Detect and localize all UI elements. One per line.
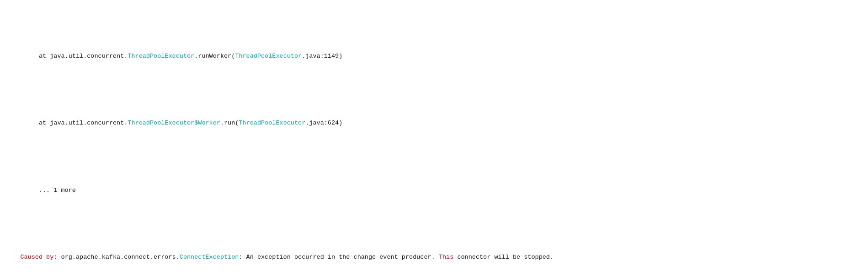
- log-line-3: ... 1 more: [5, 176, 863, 205]
- log-output: at java.util.concurrent.ThreadPoolExecut…: [5, 4, 863, 277]
- log-line-1: at java.util.concurrent.ThreadPoolExecut…: [5, 42, 863, 71]
- log-line-2: at java.util.concurrent.ThreadPoolExecut…: [5, 109, 863, 138]
- log-line-4: Caused by: org.apache.kafka.connect.erro…: [5, 243, 863, 272]
